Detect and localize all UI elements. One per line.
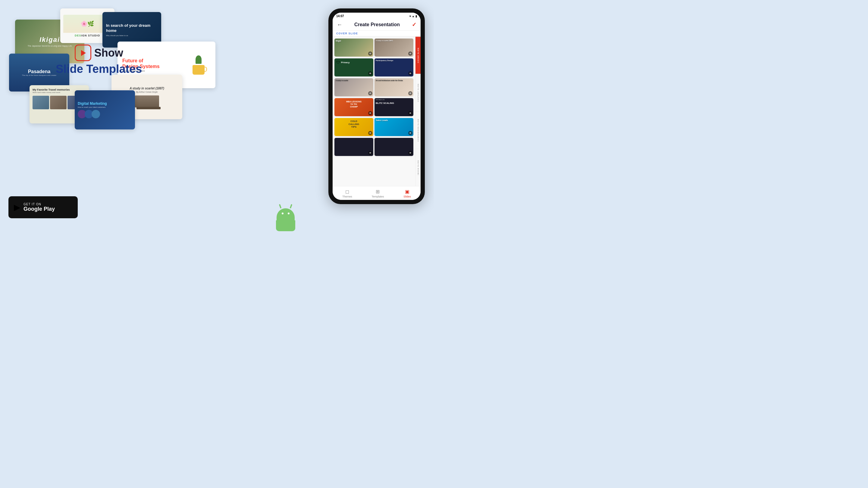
future-design-decoration <box>186 55 211 75</box>
slide-thumb-digital: Digital Marketing How to reach your idea… <box>75 90 135 129</box>
phone-header: ← Create Presentation ✓ <box>333 20 421 31</box>
phone-slide-cold[interactable]: COLDCALLINGTIPS 👁 <box>334 118 373 136</box>
android-eye-left <box>282 213 283 214</box>
phone-slide-mba[interactable]: MBA LESSONSfor theCHAMP 👁 <box>334 98 373 116</box>
signal-icon: ▲ <box>412 15 414 18</box>
logo-subtitle: Slide Templates <box>56 63 142 75</box>
slide-preview-icon-5: 👁 <box>368 91 372 95</box>
digital-title: Digital Marketing <box>78 101 107 106</box>
android-mascot <box>274 208 298 235</box>
slide-row-5: COLDCALLINGTIPS 👁 Sales Leads 👁 <box>334 117 413 137</box>
pasadena-subtitle: The city of the future designers and cre… <box>22 74 56 76</box>
slide-row-2: 🛡 Privacy 👁 Participatory Design 👁 <box>334 58 413 77</box>
phone-slide-dark2[interactable]: 👁 <box>374 138 413 156</box>
phone-slide-privacy[interactable]: 🛡 Privacy 👁 <box>334 58 373 76</box>
travel-photo-2 <box>50 96 67 109</box>
digital-people <box>78 110 107 118</box>
android-eye-right <box>288 213 289 214</box>
scarlet-title: A study in scarlet (1887) <box>129 87 164 90</box>
digital-subtitle: How to reach your ideal customers <box>78 106 107 108</box>
phone-slide-book[interactable]: A study in scarlet (1887) 👁 <box>374 38 413 57</box>
section-label-comparison: COMPARISON SLIDE <box>415 111 421 149</box>
slide-preview-icon-3: 👁 <box>368 71 372 75</box>
google-play-get-text: GET IT ON <box>24 203 55 206</box>
templates-icon: ⊞ <box>376 189 380 194</box>
section-label-image: IMAGE SLIDE <box>415 149 421 186</box>
travel-photo-1 <box>33 96 49 109</box>
phone-status-bar: 14:07 ▾ ▲ ▮ <box>333 13 421 20</box>
phone-bottom-tabs: ◻ Themes ⊞ Templates ▣ Slides <box>333 186 421 200</box>
app-logo: Show Slide Templates <box>56 44 142 75</box>
google-play-icon: ▶ <box>14 202 21 212</box>
slide-preview-icon-9: 👁 <box>368 131 372 135</box>
android-head <box>277 208 294 220</box>
slide-preview-icon-6: 👁 <box>408 91 412 95</box>
back-button[interactable]: ← <box>337 22 342 28</box>
design-studio-label: DESIGN STUDIO <box>75 34 100 37</box>
cover-slide-label: COVER SLIDE <box>333 31 421 36</box>
themes-label: Themes <box>342 195 352 198</box>
slide-preview-icon-10: 👁 <box>408 131 412 135</box>
dream-home-subtitle: Why should you listen to us <box>106 35 142 36</box>
slides-label: Slides <box>403 195 411 198</box>
phone-slide-participatory[interactable]: Participatory Design 👁 <box>374 58 413 76</box>
phone-slide-art[interactable]: Art and Architecture under the Cholas 👁 <box>374 78 413 96</box>
header-title: Create Presentation <box>354 22 400 27</box>
play-triangle-icon <box>81 50 86 56</box>
phone-screen: 14:07 ▾ ▲ ▮ ← Create Presentation ✓ COVE… <box>333 13 421 200</box>
tab-slides[interactable]: ▣ Slides <box>403 189 411 198</box>
slide-preview-icon-7: 👁 <box>368 111 372 115</box>
slide-preview-icon-11: 👁 <box>368 151 372 155</box>
phone-slide-dark1[interactable]: 👁 <box>334 138 373 156</box>
section-label-content: CONTENT SLIDE <box>415 74 421 111</box>
themes-icon: ◻ <box>345 189 349 194</box>
phone-slide-blitz[interactable]: RATHER ON BLITZ SCALING 👁 <box>374 98 413 116</box>
google-play-store-name: Google Play <box>24 206 55 212</box>
dream-home-title: In search of your dream home <box>106 23 158 33</box>
logo-icon-frame <box>75 44 91 61</box>
status-time: 14:07 <box>336 14 344 18</box>
google-play-button[interactable]: ▶ GET IT ON Google Play <box>8 196 78 218</box>
phone-slide-study2[interactable]: A study in scarlet 👁 <box>334 78 373 96</box>
slide-preview-icon-12: 👁 <box>408 151 412 155</box>
phone-mockup: 14:07 ▾ ▲ ▮ ← Create Presentation ✓ COVE… <box>329 8 425 204</box>
slide-row-4: MBA LESSONSfor theCHAMP 👁 RATHER ON BLIT… <box>334 97 413 117</box>
slide-preview-icon-2: 👁 <box>408 52 412 56</box>
wifi-icon: ▾ <box>409 15 411 18</box>
slides-icon: ▣ <box>405 189 409 194</box>
logo-show-text: Show <box>94 47 123 59</box>
pasadena-title: Pasadena <box>22 69 56 74</box>
confirm-button[interactable]: ✓ <box>412 21 416 28</box>
section-label-cover: COVER SLIDE <box>415 36 421 74</box>
slide-preview-icon-4: 👁 <box>408 71 412 75</box>
android-body <box>276 220 295 231</box>
android-eyes <box>277 208 294 214</box>
phone-slide-ikigai[interactable]: Ikigai 👁 <box>334 38 373 57</box>
phone-slide-sales[interactable]: Sales Leads 👁 <box>374 118 413 136</box>
tab-themes[interactable]: ◻ Themes <box>342 189 352 198</box>
slide-preview-icon-1: 👁 <box>368 52 372 56</box>
tab-templates[interactable]: ⊞ Templates <box>371 189 384 198</box>
slide-row-3: A study in scarlet 👁 Art and Architectur… <box>334 77 413 97</box>
status-icons: ▾ ▲ ▮ <box>409 15 417 18</box>
phone-section-labels: COVER SLIDE CONTENT SLIDE COMPARISON SLI… <box>415 36 421 186</box>
battery-icon: ▮ <box>415 15 417 18</box>
scarlet-book-image <box>135 95 159 107</box>
slide-preview-icon-8: 👁 <box>408 111 412 115</box>
slide-row-6: 👁 👁 <box>334 137 413 157</box>
templates-label: Templates <box>371 195 384 198</box>
slide-row-1: Ikigai 👁 A study in scarlet (1887) 👁 <box>334 38 413 58</box>
